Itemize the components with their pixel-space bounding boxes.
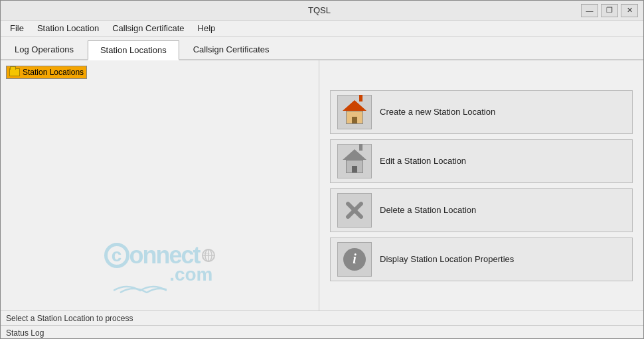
menu-callsign-certificate[interactable]: Callsign Certificate [106,21,191,36]
tab-callsign-certificates[interactable]: Callsign Certificates [181,39,282,59]
tab-bar: Log Operations Station Locations Callsig… [1,36,643,60]
info-icon: i [337,242,372,277]
status-log-bar: Status Log [1,325,643,339]
display-label: Display Station Location Properties [380,254,514,264]
window-title: TQSL [58,5,581,15]
left-panel: Station Locations c onnect www .com [1,60,319,310]
delete-label: Delete a Station Location [380,205,476,215]
delete-station-location-button[interactable]: Delete a Station Location [330,188,633,232]
info-circle: i [343,248,366,271]
menu-station-location[interactable]: Station Location [31,21,106,36]
edit-station-location-button[interactable]: Edit a Station Location [330,139,633,183]
maximize-button[interactable]: ❐ [601,4,618,17]
create-station-location-button[interactable]: Create a new Station Location [330,90,633,134]
display-station-properties-button[interactable]: i Display Station Location Properties [330,237,633,281]
right-panel: Create a new Station Location Edit a Sta… [319,60,643,310]
menu-help[interactable]: Help [191,21,222,36]
tab-station-locations[interactable]: Station Locations [88,40,179,60]
edit-icon [337,144,372,178]
window-controls: — ❐ ✕ [581,4,638,17]
status-text: Select a Station Location to process [6,314,133,323]
tree-item-label: Station Locations [23,68,84,77]
delete-icon [337,193,372,228]
status-log-label: Status Log [6,328,44,338]
tab-log-operations[interactable]: Log Operations [2,39,86,59]
create-label: Create a new Station Location [380,107,495,117]
folder-icon [9,68,20,76]
minimize-button[interactable]: — [581,4,598,17]
station-locations-tree-item[interactable]: Station Locations [6,66,87,79]
house-icon [343,100,366,124]
close-button[interactable]: ✕ [621,4,638,17]
title-bar: TQSL — ❐ ✕ [1,1,643,21]
menu-bar: File Station Location Callsign Certifica… [1,21,643,36]
house-gray-icon [343,149,366,173]
status-bar: Select a Station Location to process [1,310,643,325]
main-container: Station Locations c onnect www .com [1,60,643,310]
edit-label: Edit a Station Location [380,156,466,166]
create-icon [337,95,372,129]
logo-watermark: c onnect www .com [104,241,215,297]
menu-file[interactable]: File [3,21,31,36]
x-icon [343,199,366,222]
svg-text:www: www [204,251,210,255]
